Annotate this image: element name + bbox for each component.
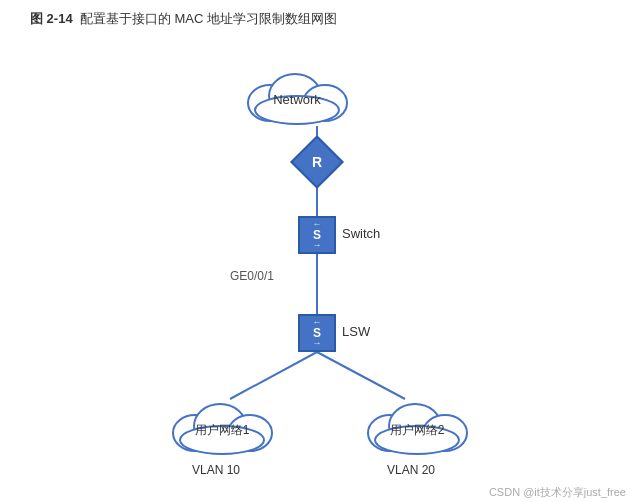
- svg-text:Network: Network: [273, 92, 321, 107]
- page-container: 图 2-14 配置基于接口的 MAC 地址学习限制数组网图: [0, 0, 634, 502]
- user-cloud-2: 用户网络2: [360, 388, 475, 460]
- router-symbol: R: [312, 154, 322, 170]
- router-device: R: [290, 135, 344, 189]
- diagram-area: Network R ← S → Switch GE0/0/1 ← S → LSW: [20, 36, 614, 476]
- vlan10-label: VLAN 10: [192, 460, 240, 478]
- lsw-device: ← S →: [298, 314, 336, 352]
- svg-text:用户网络2: 用户网络2: [390, 423, 445, 437]
- port-label: GE0/0/1: [230, 266, 274, 284]
- switch-arrow-right: →: [313, 241, 322, 250]
- watermark: CSDN @it技术分享just_free: [489, 485, 626, 500]
- figure-label: 图 2-14: [30, 11, 73, 26]
- vlan20-label: VLAN 20: [387, 460, 435, 478]
- switch-device: ← S →: [298, 216, 336, 254]
- user-cloud-1: 用户网络1: [165, 388, 280, 460]
- network-cloud: Network: [240, 58, 355, 130]
- figure-text: 配置基于接口的 MAC 地址学习限制数组网图: [80, 11, 337, 26]
- switch-label: Switch: [342, 224, 380, 242]
- lsw-arrow-right: →: [313, 339, 322, 348]
- svg-text:用户网络1: 用户网络1: [195, 423, 250, 437]
- figure-title: 图 2-14 配置基于接口的 MAC 地址学习限制数组网图: [20, 10, 614, 28]
- lsw-label: LSW: [342, 322, 370, 340]
